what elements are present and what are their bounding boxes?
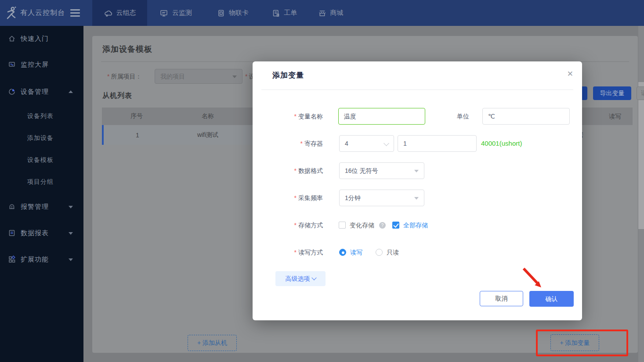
- project-select-value: 我的项目: [160, 69, 185, 83]
- nav-tabs: 云组态 云监测 物联卡: [92, 0, 354, 26]
- sidebar-item-label: 监控大屏: [21, 61, 49, 69]
- chevron-up-icon: [69, 90, 73, 93]
- sidebar-item-extensions[interactable]: 扩展功能: [0, 253, 83, 266]
- tab-cloud-scada[interactable]: 云组态: [92, 0, 147, 26]
- tab-iot-sim[interactable]: 物联卡: [204, 0, 261, 26]
- tab-label: 云监测: [172, 9, 192, 17]
- tab-mall[interactable]: 商城: [308, 0, 354, 26]
- data-format-select[interactable]: 16位 无符号: [339, 162, 424, 179]
- storage-change-checkbox[interactable]: [339, 222, 346, 229]
- variable-name-input[interactable]: 温度: [338, 108, 425, 125]
- submenu-label: 设备列表: [27, 112, 54, 120]
- divider: [261, 90, 573, 90]
- slave-list-title: 从机列表: [102, 91, 132, 100]
- frequency-label: *采集频率: [253, 190, 323, 206]
- sidebar-item-label: 扩展功能: [21, 255, 49, 264]
- register-type-select[interactable]: 4: [339, 135, 394, 152]
- page-title: 添加设备模板: [102, 44, 152, 54]
- register-address-input[interactable]: 1: [398, 135, 477, 152]
- register-label: *寄存器: [253, 135, 323, 152]
- add-slave-button[interactable]: + 添加从机: [188, 335, 237, 351]
- data-format-value: 16位 无符号: [345, 163, 378, 179]
- sidebar-sub-device-template[interactable]: 设备模板: [0, 154, 83, 166]
- hamburger-menu-icon[interactable]: [70, 9, 80, 18]
- sidebar-sub-add-device[interactable]: 添加设备: [0, 132, 83, 144]
- sidebar-item-device-management[interactable]: 设备管理: [0, 85, 83, 98]
- annotation-highlight-rectangle: [536, 330, 628, 356]
- row-register: *寄存器 4 1 40001(ushort): [253, 135, 582, 152]
- variable-search-input[interactable]: 请: [637, 86, 644, 100]
- column-header-name: 名称: [171, 112, 244, 120]
- required-mark: *: [107, 73, 109, 80]
- readonly-radio-label[interactable]: 只读: [387, 248, 399, 257]
- sidebar-sub-project-group[interactable]: 项目分组: [0, 176, 83, 188]
- close-icon[interactable]: ✕: [567, 69, 573, 79]
- unit-input[interactable]: ℃: [482, 108, 570, 125]
- chevron-down-icon: [69, 206, 73, 208]
- sidebar-item-label: 设备管理: [21, 88, 49, 96]
- scrollbar-thumb[interactable]: [638, 82, 644, 229]
- unit-value: ℃: [488, 108, 495, 124]
- usr-person-logo-icon: [4, 6, 18, 20]
- tab-label: 云组态: [116, 9, 136, 17]
- advanced-options-button[interactable]: 高级选项: [275, 271, 326, 286]
- unit-label: 单位: [421, 108, 469, 125]
- row-variable-name: *变量名称 温度 单位 ℃: [253, 108, 582, 125]
- tab-cloud-monitor[interactable]: 云监测: [147, 0, 204, 26]
- pie-chart-icon: [8, 88, 16, 96]
- chevron-down-icon: [232, 75, 237, 78]
- cloud-icon: [104, 9, 112, 17]
- storage-all-checkbox[interactable]: [392, 222, 399, 229]
- readonly-radio[interactable]: [376, 249, 383, 256]
- sidebar-item-data-report[interactable]: 数据报表: [0, 226, 83, 240]
- project-select[interactable]: 我的项目: [155, 69, 242, 84]
- sidebar-item-monitor-screen[interactable]: 监控大屏: [0, 58, 83, 71]
- home-icon: [8, 35, 16, 43]
- help-icon[interactable]: ?: [379, 222, 386, 229]
- brand-title: 有人云控制台: [20, 8, 65, 18]
- row-data-format: *数据格式 16位 无符号: [253, 162, 582, 179]
- sidebar-item-alarm-management[interactable]: 报警管理: [0, 200, 83, 213]
- chevron-down-icon: [414, 170, 419, 172]
- cell-name: wifi测试: [171, 131, 244, 139]
- sidebar-item-label: 快速入门: [21, 35, 49, 43]
- frequency-select[interactable]: 1分钟: [339, 190, 424, 206]
- frequency-value: 1分钟: [345, 190, 361, 206]
- column-header-seq: 序号: [102, 112, 171, 120]
- column-header-readwrite: 读写: [602, 108, 628, 125]
- big-screen-icon: [8, 61, 16, 68]
- cancel-button[interactable]: 取消: [480, 291, 523, 306]
- project-field-label: *所属项目：: [107, 69, 141, 84]
- storage-change-label[interactable]: 变化存储: [350, 221, 374, 229]
- sidebar-item-label: 报警管理: [21, 203, 49, 211]
- alarm-bell-icon: [8, 203, 16, 211]
- variable-name-label: *变量名称: [253, 108, 323, 125]
- report-icon: [8, 229, 16, 237]
- data-format-label: *数据格式: [253, 162, 323, 179]
- sidebar-sub-device-list[interactable]: 设备列表: [0, 110, 83, 122]
- export-variable-button[interactable]: 导出变量: [593, 86, 631, 100]
- advanced-options-label: 高级选项: [286, 275, 310, 282]
- sidebar-item-quick-start[interactable]: 快速入门: [0, 32, 83, 45]
- chevron-down-icon: [311, 275, 316, 280]
- register-address-value: 1: [403, 136, 407, 151]
- row-readwrite-mode: *读写方式 读写 只读: [253, 248, 582, 257]
- register-hint: 40001(ushort): [481, 135, 522, 152]
- readwrite-radio[interactable]: [339, 249, 346, 256]
- readwrite-radio-label[interactable]: 读写: [350, 248, 362, 257]
- storage-mode-label: *存储方式: [253, 221, 323, 229]
- annotation-arrow: [518, 263, 549, 295]
- sim-card-icon: [217, 9, 225, 17]
- monitor-chart-icon: [159, 9, 168, 17]
- storage-all-label[interactable]: 全部存储: [403, 221, 428, 229]
- apps-grid-icon: [8, 255, 16, 263]
- modal-title: 添加变量: [272, 70, 304, 80]
- app-root: 有人云控制台 云组态 云监测: [0, 0, 644, 362]
- submenu-label: 项目分组: [27, 178, 54, 186]
- shop-icon: [318, 9, 326, 17]
- cell-seq: 1: [104, 132, 171, 139]
- tab-work-order[interactable]: 工单: [261, 0, 308, 26]
- chevron-down-icon: [69, 258, 73, 261]
- register-type-value: 4: [345, 136, 348, 151]
- top-navbar: 有人云控制台 云组态 云监测: [0, 0, 644, 26]
